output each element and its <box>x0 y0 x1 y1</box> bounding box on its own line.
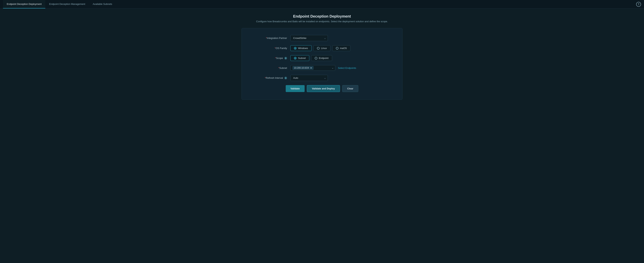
form-card: *Integration Partner CrowdStrike Carbon … <box>242 28 402 100</box>
integration-partner-select[interactable]: CrowdStrike Carbon Black SentinelOne <box>290 35 328 41</box>
integration-partner-select-wrapper: CrowdStrike Carbon Black SentinelOne ⌄ <box>290 35 328 41</box>
subnet-tag-close-icon[interactable]: ✕ <box>310 67 312 69</box>
radio-circle-subnet <box>294 57 296 60</box>
top-navigation: Endpoint Deception Deployment Endpoint D… <box>0 0 644 8</box>
refresh-interval-info-icon[interactable]: i <box>284 77 287 79</box>
scope-option-endpoint[interactable]: Endpoint <box>311 55 332 61</box>
radio-circle-windows <box>294 47 296 50</box>
os-family-option-linux[interactable]: Linux <box>314 45 330 51</box>
scope-option-endpoint-label: Endpoint <box>319 57 328 60</box>
select-endpoints-link[interactable]: Select Endpoints <box>338 66 356 70</box>
radio-circle-macos <box>336 47 338 50</box>
subnet-row: *Subnet 10.200.10.0/24 ✕ ⌄ Select Endpoi… <box>253 65 391 71</box>
integration-partner-label: *Integration Partner <box>253 37 290 40</box>
validate-and-deploy-button[interactable]: Validate and Deploy <box>307 85 340 92</box>
subnet-tag-value: 10.200.10.0/24 <box>294 66 309 69</box>
os-family-label: *OS Family <box>253 47 290 50</box>
refresh-interval-select-wrapper: Auto 1 Hour 4 Hours 8 Hours 24 Hours ⌄ <box>290 75 328 81</box>
validate-button[interactable]: Validate <box>286 85 304 92</box>
tab-available-subnets[interactable]: Available Subnets <box>89 0 116 8</box>
tab-endpoint-deception-management[interactable]: Endpoint Deception Management <box>45 0 89 8</box>
os-family-option-windows[interactable]: Windows <box>290 45 312 51</box>
subnet-field[interactable]: 10.200.10.0/24 ✕ ⌄ <box>290 65 335 71</box>
refresh-interval-select[interactable]: Auto 1 Hour 4 Hours 8 Hours 24 Hours <box>290 75 328 81</box>
refresh-interval-label: *Refresh Interval i <box>253 76 290 80</box>
os-family-option-macos-label: maOS <box>340 47 347 50</box>
help-icon[interactable]: ? <box>636 2 641 7</box>
button-row: Validate Validate and Deploy Clear <box>253 85 391 92</box>
refresh-interval-row: *Refresh Interval i Auto 1 Hour 4 Hours … <box>253 75 391 81</box>
radio-circle-linux <box>317 47 320 50</box>
page-title: Endpoint Deception Deployment <box>293 14 351 18</box>
radio-circle-endpoint <box>315 57 317 60</box>
tab-endpoint-deception-deployment[interactable]: Endpoint Deception Deployment <box>3 0 45 8</box>
os-family-option-macos[interactable]: maOS <box>332 45 350 51</box>
page-subtitle: Configure how Breadcrumbs and Baits will… <box>256 20 388 23</box>
os-family-option-windows-label: Windows <box>298 47 308 50</box>
integration-partner-row: *Integration Partner CrowdStrike Carbon … <box>253 35 391 41</box>
scope-label: *Scope i <box>253 57 290 60</box>
scope-option-subnet[interactable]: Subnet <box>290 55 309 61</box>
scope-row: *Scope i Subnet Endpoint <box>253 55 391 61</box>
scope-option-subnet-label: Subnet <box>298 57 306 60</box>
subnet-tag: 10.200.10.0/24 ✕ <box>292 66 314 70</box>
scope-info-icon[interactable]: i <box>284 57 287 60</box>
page-content: Endpoint Deception Deployment Configure … <box>0 8 644 105</box>
os-family-row: *OS Family Windows Linux maOS <box>253 45 391 51</box>
subnet-label: *Subnet <box>253 66 290 70</box>
os-family-radio-group: Windows Linux maOS <box>290 45 350 51</box>
subnet-chevron-icon: ⌄ <box>332 66 334 69</box>
os-family-option-linux-label: Linux <box>321 47 327 50</box>
clear-button[interactable]: Clear <box>342 85 358 92</box>
scope-radio-group: Subnet Endpoint <box>290 55 332 61</box>
